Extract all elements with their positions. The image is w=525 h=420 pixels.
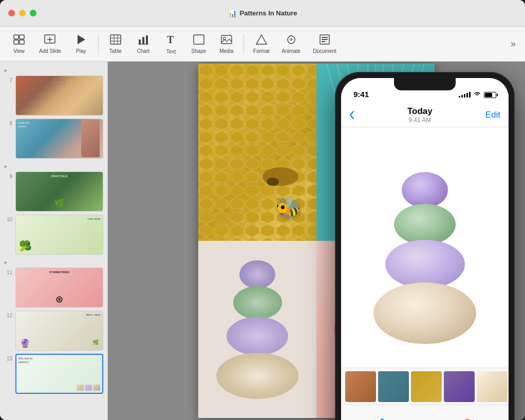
svg-rect-3 xyxy=(20,40,24,44)
slide-thumb-8[interactable]: Under thesurface xyxy=(15,119,103,159)
ios-thumb-1[interactable] xyxy=(345,371,376,402)
signal-bar-2 xyxy=(461,95,463,98)
slide-item-12[interactable]: 12 Mirror, mirror 🔮 🌿 xyxy=(4,311,103,351)
table-icon xyxy=(110,34,121,46)
toolbar-separator-2 xyxy=(243,34,244,54)
slide-thumb-7[interactable]: LAYERS xyxy=(15,75,103,116)
animate-icon xyxy=(286,34,297,46)
play-icon xyxy=(77,34,86,46)
ios-thumb-img-1 xyxy=(345,371,376,402)
animate-label: Animate xyxy=(282,48,301,54)
svg-marker-7 xyxy=(78,35,85,44)
toolbar-shape[interactable]: Shape xyxy=(186,31,212,57)
app-window: 📊 Patterns In Nature View Add Slide Play xyxy=(0,0,525,420)
svg-rect-27 xyxy=(198,64,316,241)
shape-label: Shape xyxy=(191,48,206,54)
signal-bar-3 xyxy=(464,94,465,98)
battery-icon xyxy=(484,92,496,98)
slide-item-13[interactable]: 13 Why look forpatterns? xyxy=(4,354,103,394)
ios-photo-main xyxy=(341,127,509,368)
toolbar-document[interactable]: Document xyxy=(308,31,342,57)
slide-item-8[interactable]: 8 Under thesurface xyxy=(4,119,103,159)
ios-urchin-4 xyxy=(373,282,476,344)
svg-rect-25 xyxy=(322,41,325,42)
slide-number-12: 12 xyxy=(4,313,12,318)
toolbar-text[interactable]: T Text xyxy=(158,31,184,58)
ios-toolbar xyxy=(341,405,509,420)
svg-rect-18 xyxy=(194,35,204,44)
svg-rect-8 xyxy=(110,35,121,44)
slide-item-11[interactable]: 11 SYMMETRIES ⊛ xyxy=(4,268,103,308)
toolbar-format[interactable]: Format xyxy=(248,31,275,57)
slide-item-9[interactable]: 9 FRACTALS 🌿 xyxy=(4,171,103,212)
group-arrow-11[interactable]: ▾ xyxy=(4,260,9,265)
slide-thumb-10[interactable]: Look closer 🥦 xyxy=(15,215,103,255)
slide-group-11-wrapper: ▾ 11 SYMMETRIES ⊛ xyxy=(4,258,103,308)
slide-thumb-12[interactable]: Mirror, mirror 🔮 🌿 xyxy=(15,311,103,351)
maximize-button[interactable] xyxy=(30,10,36,16)
urchin-stack xyxy=(216,260,298,399)
ios-thumb-2[interactable] xyxy=(378,371,409,402)
toolbar-more[interactable]: » xyxy=(508,35,519,52)
battery-fill xyxy=(485,93,492,97)
ios-share-button[interactable] xyxy=(377,418,388,421)
group-arrow-9[interactable]: ▾ xyxy=(4,164,9,169)
iphone-overlay: 9:41 xyxy=(335,72,525,420)
main-area: ▾ 7 LAYERS 8 Under thesurface xyxy=(0,62,525,420)
signal-bar-4 xyxy=(466,93,468,98)
slide-number-8: 8 xyxy=(4,121,12,126)
slide-item-7[interactable]: 7 LAYERS xyxy=(4,75,103,116)
toolbar-view[interactable]: View xyxy=(6,31,32,57)
table-label: Table xyxy=(109,48,122,54)
title-bar: 📊 Patterns In Nature xyxy=(0,0,525,27)
media-icon xyxy=(221,34,232,46)
slide-thumb-11[interactable]: SYMMETRIES ⊛ xyxy=(15,268,103,308)
toolbar-animate[interactable]: Animate xyxy=(276,31,306,57)
slide-thumb-9[interactable]: FRACTALS 🌿 xyxy=(15,171,103,212)
toolbar: View Add Slide Play Table Chart xyxy=(0,27,525,62)
ios-thumb-5[interactable] xyxy=(477,371,508,402)
ios-time: 9:41 xyxy=(353,90,369,99)
slide-thumb-13[interactable]: Why look forpatterns? xyxy=(15,354,103,394)
view-icon xyxy=(13,34,25,46)
canvas-quadrant-urchins xyxy=(198,241,316,418)
ios-urchin-1 xyxy=(402,172,448,208)
urchin-3 xyxy=(227,317,288,355)
toolbar-play[interactable]: Play xyxy=(68,31,94,57)
group-arrow-7[interactable]: ▾ xyxy=(4,68,9,73)
ios-nav-title: Today 9:41 AM xyxy=(354,106,485,124)
toolbar-table[interactable]: Table xyxy=(103,31,128,57)
svg-marker-21 xyxy=(256,35,267,44)
canvas-quadrant-bee xyxy=(198,64,316,241)
ios-thumb-3[interactable] xyxy=(411,371,442,402)
ios-thumb-4[interactable] xyxy=(444,371,475,402)
svg-rect-14 xyxy=(142,37,144,44)
format-label: Format xyxy=(253,48,270,54)
svg-rect-1 xyxy=(20,35,24,39)
ios-back-button[interactable] xyxy=(349,111,354,119)
slide-group-9-wrapper: ▾ 9 FRACTALS 🌿 xyxy=(4,162,103,212)
svg-rect-15 xyxy=(146,35,148,44)
ios-nav-title-text: Today xyxy=(354,106,485,117)
slide-item-10[interactable]: 10 Look closer 🥦 xyxy=(4,215,103,255)
ios-edit-button[interactable]: Edit xyxy=(485,110,500,120)
ios-thumb-img-5 xyxy=(477,371,508,402)
canvas-area: 9:41 xyxy=(108,62,525,420)
urchin-1 xyxy=(239,260,275,289)
toolbar-separator-1 xyxy=(98,34,99,54)
close-button[interactable] xyxy=(8,10,15,16)
toolbar-add-slide[interactable]: Add Slide xyxy=(34,31,66,57)
svg-rect-24 xyxy=(322,39,328,40)
format-icon xyxy=(256,34,267,46)
iphone-body: 9:41 xyxy=(335,72,515,420)
add-slide-label: Add Slide xyxy=(39,48,61,54)
svg-rect-19 xyxy=(221,35,232,44)
minimize-button[interactable] xyxy=(19,10,26,16)
slide-group-7-wrapper: ▾ 7 LAYERS xyxy=(4,66,103,116)
toolbar-chart[interactable]: Chart xyxy=(130,31,156,57)
slide-number-9: 9 xyxy=(4,174,12,179)
slide-number-13: 13 xyxy=(4,356,12,361)
toolbar-media[interactable]: Media xyxy=(214,31,239,57)
svg-rect-0 xyxy=(14,35,18,39)
ios-thumbnail-strip xyxy=(341,368,509,405)
